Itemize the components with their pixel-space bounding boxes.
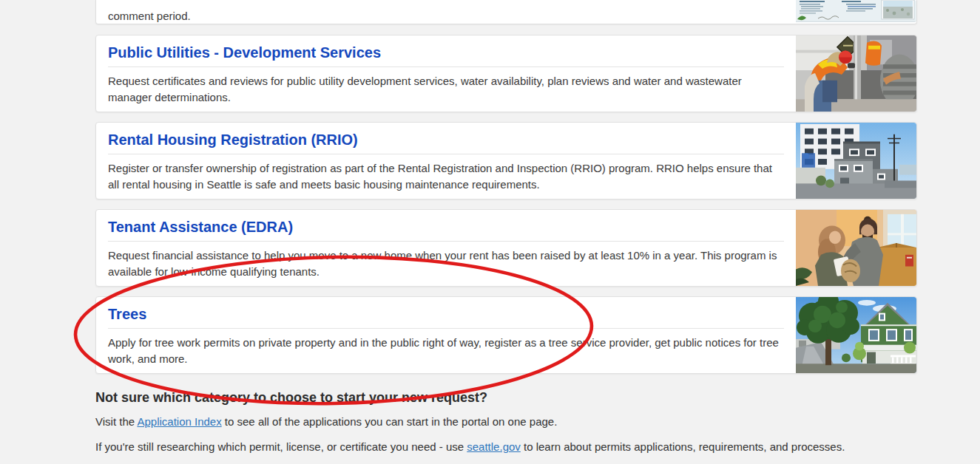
seattle-gov-link[interactable]: seattle.gov <box>467 440 521 453</box>
card-description: Request financial assistance to help you… <box>108 248 783 280</box>
utility-workers-image <box>796 35 916 112</box>
footer-line1-suffix: to see all of the applications you can s… <box>222 415 558 428</box>
application-index-link[interactable]: Application Index <box>137 415 221 428</box>
couple-moving-boxes-image <box>796 210 916 286</box>
card-text-area: Tenant Assistance (EDRA) Request financi… <box>96 210 796 286</box>
card-title-link[interactable]: Rental Housing Registration (RRIO) <box>108 131 784 154</box>
seattle-services-portal-page: { "page": { "background_color": "#f2f2f2… <box>0 0 980 464</box>
category-list: comment period. <box>95 0 917 383</box>
category-card-edra[interactable]: Tenant Assistance (EDRA) Request financi… <box>95 209 917 287</box>
category-card-public-utilities[interactable]: Public Utilities - Development Services … <box>95 35 917 112</box>
category-card-rrio[interactable]: Rental Housing Registration (RRIO) Regis… <box>95 122 917 199</box>
footer-line2-suffix: to learn about permits applications, req… <box>521 440 845 453</box>
card-text-area: Trees Apply for tree work permits on pri… <box>96 297 796 373</box>
footer-heading: Not sure which category to choose to sta… <box>95 390 916 406</box>
card-title-link[interactable]: Public Utilities - Development Services <box>108 44 784 67</box>
footer-line2-prefix: If you're still researching which permit… <box>95 440 467 453</box>
card-description: Register or transfer ownership of regist… <box>108 160 783 193</box>
category-card-trees[interactable]: Trees Apply for tree work permits on pri… <box>95 296 917 374</box>
card-text-area: Public Utilities - Development Services … <box>96 35 796 112</box>
apartment-buildings-image <box>796 123 916 199</box>
card-title-link[interactable]: Trees <box>108 305 784 329</box>
footer-line-seattle-gov: If you're still researching which permit… <box>95 440 916 454</box>
card-description: comment period. <box>108 8 784 24</box>
card-title-link[interactable]: Tenant Assistance (EDRA) <box>108 218 784 242</box>
card-description: Apply for tree work permits on private p… <box>108 335 783 367</box>
category-card-partial[interactable]: comment period. <box>95 0 917 24</box>
footer-help-section: Not sure which category to choose to sta… <box>95 390 916 464</box>
public-notice-flyer-image <box>796 0 916 22</box>
card-text-area: comment period. <box>96 0 796 24</box>
card-text-area: Rental Housing Registration (RRIO) Regis… <box>96 123 796 199</box>
footer-line1-prefix: Visit the <box>95 415 137 428</box>
footer-line-application-index: Visit the Application Index to see all o… <box>95 415 916 429</box>
card-description: Request certificates and reviews for pub… <box>108 73 783 106</box>
house-with-tree-image <box>796 297 916 373</box>
